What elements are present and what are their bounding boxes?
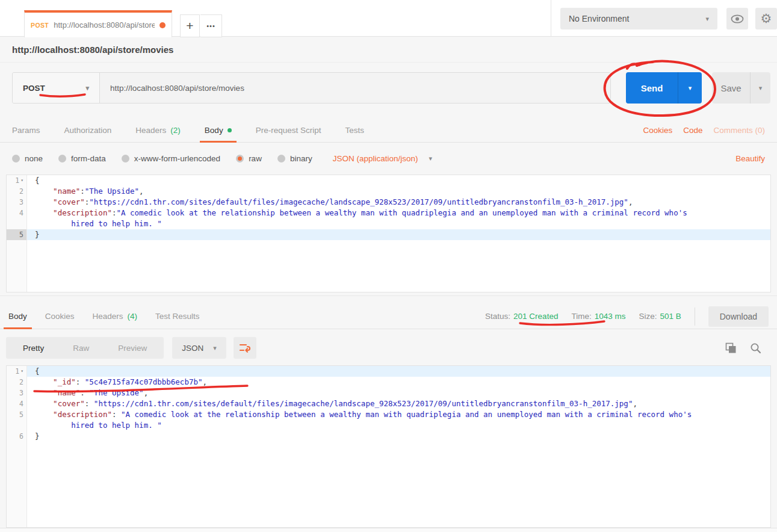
line-number: 2 xyxy=(7,377,27,388)
tab-test-results[interactable]: Test Results xyxy=(155,304,200,329)
line-number xyxy=(7,218,27,229)
code-line[interactable]: 1▾{ xyxy=(7,175,770,186)
divider xyxy=(551,0,551,37)
code-line[interactable]: 3 "name": "The Upside", xyxy=(7,388,770,398)
tab-method-badge: POST xyxy=(31,22,49,29)
content-type-value: JSON (application/json) xyxy=(333,154,418,163)
line-number: 5 xyxy=(7,409,27,420)
environment-quick-look-button[interactable] xyxy=(726,8,748,29)
method-select[interactable]: POST ▾ xyxy=(13,73,100,103)
environment-select[interactable]: No Environment ▾ xyxy=(560,8,717,29)
send-button[interactable]: Send ▾ xyxy=(626,72,702,104)
plus-icon: + xyxy=(186,19,193,33)
response-toolbar: PrettyRawPreview JSON ▾ xyxy=(0,335,777,361)
tab-params[interactable]: Params xyxy=(12,118,40,142)
tab-label: Params xyxy=(12,126,40,135)
code-text: } xyxy=(27,229,770,240)
status-value: 201 Created xyxy=(513,312,558,321)
code-text: "_id": "5c4e715fa74c07dbbb6ecb7b", xyxy=(27,377,770,388)
copy-button[interactable] xyxy=(725,342,737,354)
tab-url-label: http://localhost:8080/api/store/ xyxy=(54,20,155,29)
tab-pre-request-script[interactable]: Pre-request Script xyxy=(256,118,321,142)
tab-authorization[interactable]: Authorization xyxy=(64,118,112,142)
tab-label: Cookies xyxy=(45,312,75,321)
request-tabs: ParamsAuthorizationHeaders(2)BodyPre-req… xyxy=(12,118,364,142)
code-line[interactable]: hired to help him. " xyxy=(7,218,770,229)
view-tab-pretty[interactable]: Pretty xyxy=(8,344,58,353)
request-tab[interactable]: POST http://localhost:8080/api/store/ xyxy=(24,10,172,37)
tab-count: (2) xyxy=(170,126,181,135)
eye-icon xyxy=(731,14,744,23)
radio-label: binary xyxy=(290,154,312,163)
url-input[interactable]: http://localhost:8080/api/store/movies xyxy=(100,73,610,103)
tab-options-button[interactable]: ••• xyxy=(200,14,222,37)
editor-filler xyxy=(7,442,770,527)
code-text: "description":"A comedic look at the rel… xyxy=(27,208,770,218)
comments-0-link[interactable]: Comments (0) xyxy=(713,126,765,135)
time-value: 1043 ms xyxy=(595,312,626,321)
body-type-binary[interactable]: binary xyxy=(277,154,312,163)
download-button[interactable]: Download xyxy=(708,306,769,327)
body-type-none[interactable]: none xyxy=(12,154,43,163)
line-number: 3 xyxy=(7,197,27,208)
response-format-select[interactable]: JSON ▾ xyxy=(172,337,226,359)
tab-label: Tests xyxy=(345,126,364,135)
code-line[interactable]: 5} xyxy=(7,229,770,240)
response-format-value: JSON xyxy=(182,344,203,353)
tab-headers[interactable]: Headers(2) xyxy=(135,118,181,142)
content-type-select[interactable]: JSON (application/json) ▾ xyxy=(333,154,432,163)
beautify-link[interactable]: Beautify xyxy=(735,154,765,163)
tab-label: Body xyxy=(8,312,27,321)
tab-headers[interactable]: Headers(4) xyxy=(93,304,138,329)
response-meta: Status: 201 Created Time: 1043 ms Size: … xyxy=(485,304,769,329)
code-text: hired to help him. " xyxy=(27,420,770,431)
code-line[interactable]: 1▾{ xyxy=(7,366,770,377)
code-line[interactable]: 4 "description":"A comedic look at the r… xyxy=(7,208,770,218)
code-line[interactable]: 5 "description": "A comedic look at the … xyxy=(7,409,770,420)
wrap-lines-button[interactable] xyxy=(234,337,256,359)
fold-icon[interactable]: ▾ xyxy=(20,366,23,377)
view-tab-preview[interactable]: Preview xyxy=(104,344,161,353)
save-button[interactable]: Save ▾ xyxy=(712,72,770,104)
save-options-button[interactable]: ▾ xyxy=(750,72,770,104)
divider xyxy=(695,308,695,326)
body-type-form-data[interactable]: form-data xyxy=(58,154,106,163)
settings-button[interactable]: ⚙ xyxy=(755,8,777,29)
code-line[interactable]: 2 "_id": "5c4e715fa74c07dbbb6ecb7b", xyxy=(7,377,770,388)
code-text: "description": "A comedic look at the re… xyxy=(27,409,770,420)
body-type-x-www-form-urlencoded[interactable]: x-www-form-urlencoded xyxy=(122,154,220,163)
request-title-row: http://localhost:8080/api/store/movies xyxy=(0,37,777,63)
search-button[interactable] xyxy=(750,342,761,354)
response-body-editor[interactable]: 1▾{2 "_id": "5c4e715fa74c07dbbb6ecb7b",3… xyxy=(6,365,771,528)
body-type-raw[interactable]: raw xyxy=(236,154,262,163)
code-text: } xyxy=(27,431,770,442)
tab-body[interactable]: Body xyxy=(205,118,232,142)
tab-tests[interactable]: Tests xyxy=(345,118,364,142)
send-options-button[interactable]: ▾ xyxy=(678,72,702,104)
fold-icon[interactable]: ▾ xyxy=(20,175,23,186)
bottom-strip xyxy=(0,528,777,532)
tab-cookies[interactable]: Cookies xyxy=(45,304,75,329)
environment-value: No Environment xyxy=(569,14,629,23)
request-tab-links: CookiesCodeComments (0) xyxy=(643,118,765,142)
request-body-editor[interactable]: 1▾{2 "name":"The Upside",3 "cover":"http… xyxy=(6,175,771,292)
view-mode-tabs: PrettyRawPreview xyxy=(6,337,164,359)
save-label: Save xyxy=(712,72,750,104)
radio-icon xyxy=(122,155,129,162)
code-line[interactable]: 4 "cover": "https://cdn1.thr.com/sites/d… xyxy=(7,398,770,409)
line-number: 1▾ xyxy=(7,366,27,377)
view-tab-raw[interactable]: Raw xyxy=(58,344,104,353)
code-line[interactable]: 6} xyxy=(7,431,770,442)
tab-label: Pre-request Script xyxy=(256,126,321,135)
request-tabs-row: ParamsAuthorizationHeaders(2)BodyPre-req… xyxy=(0,118,777,143)
tab-body[interactable]: Body xyxy=(8,304,27,329)
code-link[interactable]: Code xyxy=(683,126,702,135)
line-number: 3 xyxy=(7,388,27,398)
code-line[interactable]: 2 "name":"The Upside", xyxy=(7,186,770,197)
cookies-link[interactable]: Cookies xyxy=(643,126,672,135)
request-title-url: http://localhost:8080/api/store/movies xyxy=(12,45,173,55)
line-number: 4 xyxy=(7,398,27,409)
code-line[interactable]: 3 "cover":"https://cdn1.thr.com/sites/de… xyxy=(7,197,770,208)
code-line[interactable]: hired to help him. " xyxy=(7,420,770,431)
new-tab-button[interactable]: + xyxy=(180,14,200,37)
